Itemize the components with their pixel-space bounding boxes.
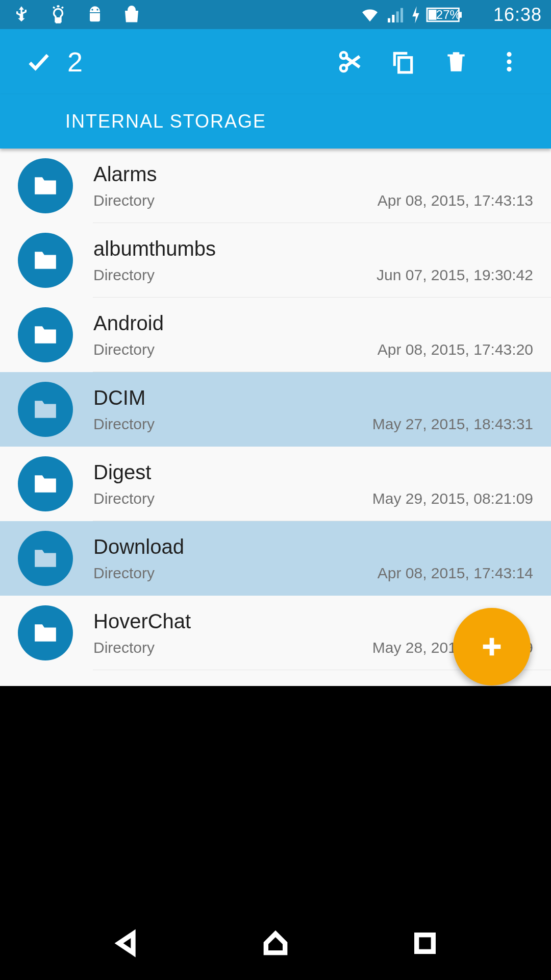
svg-rect-8 [429,10,437,20]
folder-icon [18,382,73,437]
svg-point-1 [96,9,98,10]
file-type: Directory [93,266,155,284]
done-icon[interactable] [26,48,52,75]
file-date: May 27, 2015, 18:43:31 [372,415,533,433]
cut-button[interactable] [323,29,377,94]
file-type: Directory [93,192,155,209]
folder-icon [18,307,73,362]
folder-icon [18,605,73,660]
wifi-icon [360,5,380,25]
file-type: Directory [93,341,155,358]
selection-count: 2 [67,46,83,78]
file-date: Jun 07, 2015, 19:30:42 [377,266,533,284]
file-name: Download [93,535,533,558]
selection-action-bar: 2 [0,29,551,94]
svg-rect-3 [392,15,394,22]
home-button[interactable] [235,929,316,958]
status-bar: 27% 16:38 [0,0,551,29]
clock: 16:38 [493,4,542,26]
file-type: Directory [93,490,155,507]
svg-point-13 [507,59,511,64]
file-row[interactable]: AndroidDirectoryApr 08, 2015, 17:43:20 [0,298,551,372]
file-date: Apr 08, 2015, 17:43:20 [378,341,533,358]
file-row[interactable]: DownloadDirectoryApr 08, 2015, 17:43:14 [0,521,551,596]
delete-button[interactable] [430,29,483,94]
battery-percent: 27% [436,8,461,22]
file-type: Directory [93,565,155,582]
file-info: DCIMDirectoryMay 27, 2015, 18:43:31 [93,386,533,433]
file-name: Alarms [93,163,533,186]
svg-rect-4 [396,11,399,22]
svg-point-0 [91,9,93,10]
file-name: albumthumbs [93,237,533,260]
file-date: May 29, 2015, 08:21:09 [372,490,533,507]
copy-button[interactable] [377,29,430,94]
android-debug-icon [85,5,105,25]
navigation-bar [0,906,551,980]
svg-point-12 [507,52,511,57]
battery-indicator: 27% [426,6,488,23]
file-list[interactable]: AlarmsDirectoryApr 08, 2015, 17:43:13alb… [0,149,551,686]
overflow-menu-button[interactable] [483,29,536,94]
file-row[interactable]: albumthumbsDirectoryJun 07, 2015, 19:30:… [0,223,551,298]
status-right: 27% 16:38 [360,4,542,26]
play-store-icon [121,5,142,25]
folder-icon [18,158,73,213]
folder-icon [18,531,73,586]
file-name: DCIM [93,386,533,409]
cell-signal-icon [385,5,406,25]
folder-icon [18,233,73,288]
svg-rect-15 [417,935,434,952]
back-button[interactable] [85,929,167,958]
storage-tab-label: INTERNAL STORAGE [65,111,266,132]
storage-tab[interactable]: INTERNAL STORAGE [0,94,551,149]
file-info: DigestDirectoryMay 29, 2015, 08:21:09 [93,461,533,507]
file-row[interactable]: DigestDirectoryMay 29, 2015, 08:21:09 [0,447,551,521]
file-type: Directory [93,639,155,656]
fab-add-button[interactable] [453,608,531,685]
file-info: DownloadDirectoryApr 08, 2015, 17:43:14 [93,535,533,582]
usb-icon [11,5,32,25]
svg-point-14 [507,67,511,71]
svg-point-10 [340,52,347,59]
svg-rect-2 [388,18,390,22]
file-info: AlarmsDirectoryApr 08, 2015, 17:43:13 [93,163,533,209]
file-row[interactable]: DCIMDirectoryMay 27, 2015, 18:43:31 [0,372,551,447]
charging-icon [411,5,421,25]
file-date: Apr 08, 2015, 17:43:13 [378,192,533,209]
svg-rect-5 [400,8,403,22]
status-left [11,5,142,25]
bottom-black-area [0,686,551,906]
file-name: Android [93,312,533,335]
file-type: Directory [93,415,155,433]
folder-icon [18,456,73,511]
file-name: Digest [93,461,533,484]
file-row[interactable]: AlarmsDirectoryApr 08, 2015, 17:43:13 [0,149,551,223]
file-date: Apr 08, 2015, 17:43:14 [378,565,533,582]
svg-rect-11 [399,58,412,72]
bulb-icon [48,5,68,25]
recents-button[interactable] [384,929,466,958]
file-info: AndroidDirectoryApr 08, 2015, 17:43:20 [93,312,533,358]
svg-point-9 [340,65,347,71]
file-info: albumthumbsDirectoryJun 07, 2015, 19:30:… [93,237,533,284]
